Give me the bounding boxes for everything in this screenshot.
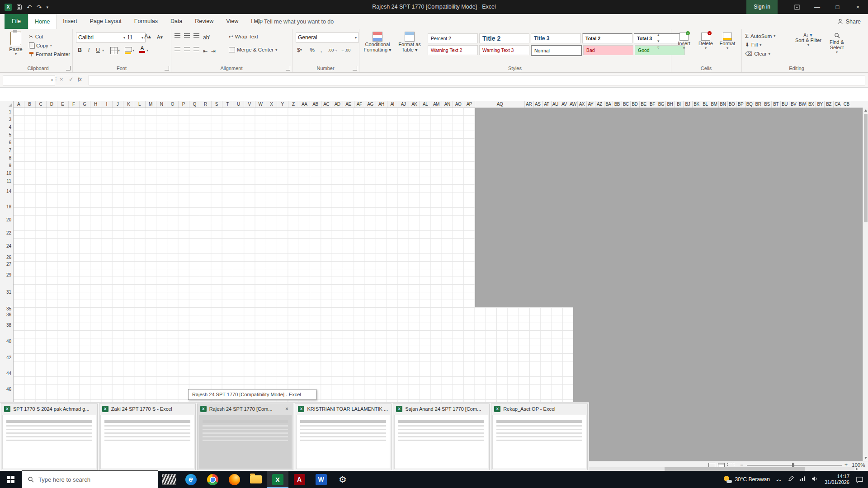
column-header-BU[interactable]: BU [780, 101, 790, 108]
column-header-BJ[interactable]: BJ [683, 101, 693, 108]
wrap-text-button[interactable]: ↩Wrap Text [229, 33, 258, 40]
clipboard-dialog-launcher[interactable] [66, 66, 71, 70]
column-header-V[interactable]: V [244, 101, 255, 108]
maximize-button[interactable]: □ [827, 0, 848, 14]
fill-color-icon[interactable] [125, 47, 132, 54]
column-header-E[interactable]: E [57, 101, 68, 108]
column-header-J[interactable]: J [112, 101, 123, 108]
column-header-AW[interactable]: AW [569, 101, 578, 108]
tab-home[interactable]: Home [28, 14, 57, 29]
styles-more-icon[interactable]: ▿ [657, 45, 660, 50]
align-left-icon[interactable] [175, 47, 180, 52]
select-all-button[interactable] [0, 101, 14, 108]
column-header-X[interactable]: X [266, 101, 277, 108]
close-button[interactable]: × [848, 0, 868, 14]
cell-style-normal[interactable]: Normal [531, 45, 582, 56]
column-header-BB[interactable]: BB [613, 101, 622, 108]
font-family-select[interactable]: Calibri▾ [76, 33, 127, 42]
align-middle-icon[interactable] [184, 33, 190, 38]
column-header-BT[interactable]: BT [771, 101, 781, 108]
cell-style-warning-text-3[interactable]: Warning Text 3 [479, 45, 529, 55]
font-color-dropdown[interactable]: ▾ [146, 48, 148, 52]
taskbar-preview-card[interactable]: XSajan Anand 24 SPT 1770 [Com... [393, 404, 490, 470]
column-header-K[interactable]: K [123, 101, 134, 108]
tab-formulas[interactable]: Formulas [128, 14, 164, 29]
clear-button[interactable]: ⌫Clear▾ [745, 51, 770, 57]
column-header-BL[interactable]: BL [701, 101, 710, 108]
column-header-G[interactable]: G [79, 101, 90, 108]
copy-button[interactable]: Copy▾ [29, 42, 52, 48]
column-header-P[interactable]: P [178, 101, 189, 108]
column-header-I[interactable]: I [101, 101, 112, 108]
column-header-T[interactable]: T [222, 101, 233, 108]
tab-data[interactable]: Data [164, 14, 189, 29]
font-dialog-launcher[interactable] [165, 66, 169, 70]
column-header-BD[interactable]: BD [630, 101, 640, 108]
preview-thumbnail[interactable] [100, 415, 194, 469]
delete-cells-button[interactable]: × Delete▾ [695, 33, 716, 50]
column-header-B[interactable]: B [24, 101, 35, 108]
column-header-BQ[interactable]: BQ [745, 101, 755, 108]
taskbar-preview-card[interactable]: XZaki 24 SPT 1770 S - Excel [99, 404, 196, 470]
column-header-AL[interactable]: AL [420, 101, 431, 108]
column-header-AP[interactable]: AP [464, 101, 475, 108]
borders-icon[interactable] [110, 47, 118, 54]
column-header-BO[interactable]: BO [727, 101, 737, 108]
autosum-button[interactable]: ΣAutoSum▾ [745, 33, 775, 39]
row-header-42[interactable]: 42 [6, 355, 11, 361]
column-header-BP[interactable]: BP [736, 101, 745, 108]
column-header-BV[interactable]: BV [789, 101, 798, 108]
taskbar-preview-card[interactable]: XKRISTRIANI TOAR LALAMENTIK ... [295, 404, 392, 470]
column-header-AX[interactable]: AX [577, 101, 587, 108]
row-header-4[interactable]: 4 [9, 124, 11, 131]
zoom-slider[interactable] [747, 465, 842, 466]
decrease-indent-icon[interactable]: ⇤ [203, 47, 208, 55]
column-header-W[interactable]: W [255, 101, 266, 108]
percent-style-icon[interactable]: % [308, 46, 316, 54]
decrease-decimal-icon[interactable]: ←.00 [342, 46, 349, 54]
decrease-font-icon[interactable]: A▾ [156, 33, 164, 41]
borders-dropdown[interactable]: ▾ [118, 48, 120, 52]
underline-dropdown[interactable]: ▾ [102, 48, 104, 52]
comma-style-icon[interactable]: , [317, 46, 325, 54]
weather-widget[interactable]: 30°C Berawan [724, 476, 770, 483]
column-header-R[interactable]: R [200, 101, 211, 108]
increase-decimal-icon[interactable]: .00→ [329, 46, 337, 54]
taskbar-icon-zebra-photo[interactable] [158, 471, 180, 488]
column-header-AR[interactable]: AR [524, 101, 534, 108]
column-header-U[interactable]: U [233, 101, 244, 108]
row-header-7[interactable]: 7 [9, 147, 11, 154]
taskbar-icon-settings[interactable]: ⚙ [332, 471, 354, 488]
column-header-BN[interactable]: BN [718, 101, 728, 108]
cell-style-percent-2[interactable]: Percent 2 [428, 33, 478, 43]
column-header-BW[interactable]: BW [798, 101, 807, 108]
gray-fill-region-lower[interactable] [573, 307, 863, 461]
taskbar-search-box[interactable]: Type here to search [22, 470, 158, 488]
column-header-BA[interactable]: BA [604, 101, 613, 108]
accounting-format-icon[interactable]: $▾ [296, 46, 303, 54]
paste-button[interactable]: Paste ▾ [6, 32, 25, 56]
orientation-icon[interactable]: ab̸ [203, 33, 209, 41]
row-header-14[interactable]: 14 [6, 188, 11, 195]
underline-button[interactable]: U [94, 46, 102, 54]
taskbar-preview-card[interactable]: XRajesh 24 SPT 1770 [Com...× [197, 404, 294, 470]
column-header-BY[interactable]: BY [816, 101, 825, 108]
row-header-35[interactable]: 35 [6, 306, 11, 312]
merge-center-button[interactable]: Merge & Center▾ [229, 47, 277, 52]
row-header-5[interactable]: 5 [9, 132, 11, 138]
row-header-29[interactable]: 29 [6, 272, 11, 278]
column-header-BG[interactable]: BG [657, 101, 666, 108]
taskbar-icon-firefox[interactable] [223, 471, 245, 488]
column-header-M[interactable]: M [145, 101, 156, 108]
row-header-1[interactable]: 1 [9, 109, 11, 115]
tray-icon-volume[interactable] [811, 476, 818, 483]
row-header-24[interactable]: 24 [6, 243, 11, 249]
horizontal-scrollbar[interactable] [588, 467, 854, 471]
column-header-L[interactable]: L [134, 101, 145, 108]
taskbar-clock[interactable]: 14:17 31/01/2026 [825, 474, 849, 485]
row-header-46[interactable]: 46 [6, 386, 11, 393]
taskbar-preview-card[interactable]: XRekap_Aset OP - Excel [491, 404, 588, 470]
insert-function-icon[interactable]: fx [78, 76, 82, 83]
insert-cells-button[interactable]: + Insert▾ [674, 33, 694, 50]
column-header-AG[interactable]: AG [365, 101, 376, 108]
